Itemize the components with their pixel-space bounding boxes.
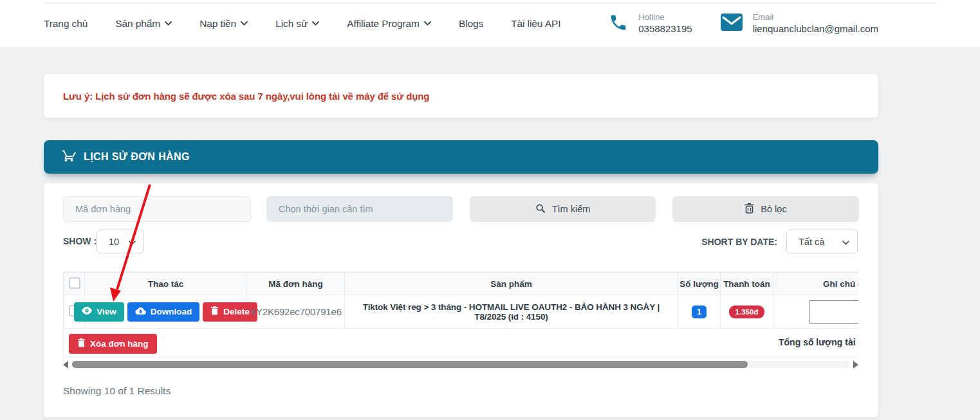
email-icon bbox=[721, 14, 743, 33]
personal-note-input[interactable] bbox=[809, 300, 859, 324]
header-payment: Thanh toán bbox=[721, 273, 773, 295]
payment-badge: 1.350đ bbox=[729, 306, 765, 318]
header-note: Ghi chú cá nhân bbox=[773, 273, 859, 295]
email-label: Email bbox=[753, 12, 878, 23]
table-row: View Download bbox=[64, 295, 859, 329]
main-nav: Trang chủ Sản phẩm Nạp tiền Lịch sử Affi… bbox=[44, 0, 560, 47]
contact-info: Hotline 0358823195 Email lienquanclubcla… bbox=[609, 0, 878, 47]
nav-label: Affiliate Program bbox=[347, 18, 420, 30]
order-code: XY2K692ec700791e6 bbox=[250, 306, 342, 317]
page-size-value: 10 bbox=[109, 237, 119, 247]
nav-label: Trang chủ bbox=[44, 18, 88, 30]
header-actions: Thao tác bbox=[85, 273, 247, 295]
nav-label: Nạp tiền bbox=[199, 18, 236, 30]
quantity-badge: 1 bbox=[692, 306, 707, 318]
nav-label: Sản phẩm bbox=[115, 18, 160, 30]
chevron-down-icon bbox=[424, 21, 431, 26]
nav-label: Tài liệu API bbox=[511, 18, 560, 30]
nav-item-topup[interactable]: Nạp tiền bbox=[199, 18, 248, 30]
horizontal-scrollbar bbox=[63, 360, 858, 369]
view-button-label: View bbox=[97, 307, 116, 316]
header-order-code: Mã đơn hàng bbox=[247, 273, 345, 295]
nav-item-api-docs[interactable]: Tài liệu API bbox=[511, 18, 560, 30]
order-code-input[interactable] bbox=[63, 196, 251, 222]
search-icon bbox=[535, 203, 546, 215]
nav-item-blogs[interactable]: Blogs bbox=[459, 18, 483, 30]
scroll-left-arrow[interactable] bbox=[63, 361, 68, 369]
order-history-header: LỊCH SỬ ĐƠN HÀNG bbox=[44, 140, 878, 174]
page-title: LỊCH SỬ ĐƠN HÀNG bbox=[84, 151, 190, 163]
header-product: Sản phẩm bbox=[345, 273, 678, 295]
download-button-label: Download bbox=[151, 307, 192, 316]
nav-item-products[interactable]: Sản phẩm bbox=[115, 18, 172, 30]
top-header: Trang chủ Sản phẩm Nạp tiền Lịch sử Affi… bbox=[0, 0, 980, 47]
nav-item-home[interactable]: Trang chủ bbox=[44, 18, 88, 30]
eye-icon bbox=[82, 307, 92, 316]
product-name: Tiktok Việt reg > 3 tháng - HOTMAIL LIVE… bbox=[345, 295, 678, 329]
table-header-row: Thao tác Mã đơn hàng Sản phẩm Số lượng T… bbox=[64, 273, 859, 295]
show-label: SHOW : bbox=[63, 236, 97, 246]
results-summary: Showing 10 of 1 Results bbox=[63, 385, 171, 397]
chevron-down-icon bbox=[129, 237, 136, 247]
email-block: Email lienquanclubclan@gmail.com bbox=[721, 12, 878, 35]
delete-button-label: Delete bbox=[223, 307, 250, 316]
search-button-label: Tìm kiếm bbox=[552, 204, 591, 214]
cart-icon bbox=[62, 149, 76, 165]
chevron-down-icon bbox=[842, 237, 849, 247]
total-accounts-label: Tổng số lượng tài khoả bbox=[779, 337, 858, 347]
sort-group: SHORT BY DATE: Tất cả bbox=[701, 230, 858, 253]
sort-value: Tất cả bbox=[799, 237, 824, 247]
nav-label: Blogs bbox=[459, 18, 483, 30]
scrollbar-thumb[interactable] bbox=[72, 361, 748, 368]
header-quantity: Số lượng bbox=[678, 273, 721, 295]
clear-filter-label: Bỏ lọc bbox=[761, 204, 786, 214]
hotline-label: Hotline bbox=[638, 12, 692, 23]
nav-item-history[interactable]: Lịch sử bbox=[275, 18, 319, 30]
hotline-block: Hotline 0358823195 bbox=[609, 12, 692, 35]
delete-orders-label: Xóa đơn hàng bbox=[90, 339, 149, 349]
date-range-input[interactable] bbox=[266, 196, 453, 222]
cloud-download-icon bbox=[135, 307, 146, 317]
chevron-down-icon bbox=[241, 21, 248, 26]
sort-label: SHORT BY DATE: bbox=[701, 237, 777, 247]
phone-icon bbox=[609, 13, 628, 35]
download-button[interactable]: Download bbox=[127, 302, 200, 322]
notice-text: Lưu ý: Lịch sử đơn hàng sẽ được xóa sau … bbox=[63, 91, 429, 102]
search-button[interactable]: Tìm kiếm bbox=[470, 196, 656, 222]
nav-label: Lịch sử bbox=[275, 18, 308, 30]
page-size-select[interactable]: 10 bbox=[97, 230, 144, 253]
view-button[interactable]: View bbox=[74, 302, 124, 322]
order-history-card: Tìm kiếm Bỏ lọc SHOW : 10 SHORT BY DATE:… bbox=[44, 183, 878, 417]
hotline-number[interactable]: 0358823195 bbox=[638, 23, 692, 35]
trash-icon bbox=[744, 203, 754, 215]
orders-table-wrapper: Thao tác Mã đơn hàng Sản phẩm Số lượng T… bbox=[63, 271, 858, 358]
scroll-right-arrow[interactable] bbox=[853, 361, 858, 369]
trash-icon bbox=[210, 306, 219, 317]
chevron-down-icon bbox=[312, 21, 319, 26]
delete-button[interactable]: Delete bbox=[203, 302, 257, 322]
chevron-down-icon bbox=[165, 21, 172, 26]
delete-orders-button[interactable]: Xóa đơn hàng bbox=[69, 334, 157, 354]
orders-table: Thao tác Mã đơn hàng Sản phẩm Số lượng T… bbox=[64, 272, 858, 329]
trash-icon bbox=[77, 338, 86, 349]
sort-by-date-select[interactable]: Tất cả bbox=[786, 230, 858, 253]
email-address[interactable]: lienquanclubclan@gmail.com bbox=[753, 23, 878, 35]
select-all-checkbox[interactable] bbox=[69, 277, 80, 289]
nav-item-affiliate[interactable]: Affiliate Program bbox=[347, 18, 431, 30]
scrollbar-track[interactable] bbox=[72, 361, 849, 368]
clear-filter-button[interactable]: Bỏ lọc bbox=[672, 196, 859, 222]
notice-banner: Lưu ý: Lịch sử đơn hàng sẽ được xóa sau … bbox=[44, 74, 878, 118]
